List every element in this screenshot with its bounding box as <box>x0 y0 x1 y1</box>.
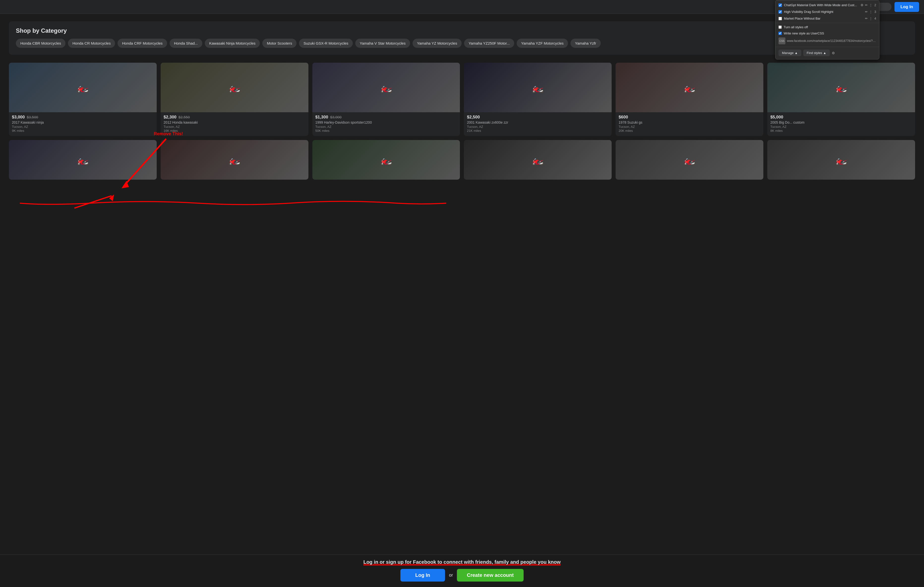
login-bar-login-button[interactable]: Log In <box>400 569 445 582</box>
category-tag-3[interactable]: Honda Shad... <box>170 39 202 48</box>
listing-card-row2-1[interactable]: 🏍️ <box>161 140 309 180</box>
category-tag-2[interactable]: Honda CRF Motorcycles <box>117 39 167 48</box>
svg-marker-3 <box>109 194 114 201</box>
listing-title-2: 1999 Harley-Davidson sportster1200 <box>315 120 457 124</box>
ext-num-3: 4 <box>874 16 876 20</box>
listing-price-4: $600 <box>619 115 628 119</box>
listing-price-1: $2,300 <box>163 115 177 119</box>
listing-img-4: 🏍️ <box>615 63 763 112</box>
category-tag-10[interactable]: Yamaha YZF Motorcycles <box>516 39 568 48</box>
listing-card-5[interactable]: 🏍️$5,0002005 Big Do... customTucson, AZ8… <box>767 63 915 136</box>
ext-edit-icon-3[interactable]: ✏ <box>865 16 868 20</box>
ext-write-label: Write new style as UserCSS <box>784 31 824 35</box>
listing-card-2[interactable]: 🏍️$1,300$3,0001999 Harley-Davidson sport… <box>312 63 460 136</box>
listing-card-0[interactable]: 🏍️$3,000$3,5002017 Kawasaki ninjaTucson,… <box>9 63 157 136</box>
ext-url-row: CSS www.facebook.com/marketplace/1123448… <box>776 36 879 46</box>
ext-menu-icon-2[interactable]: ⋮ <box>869 10 873 14</box>
listing-row2-img-1: 🏍️ <box>161 140 309 180</box>
ext-menu-icon-1[interactable]: ⋮ <box>869 3 873 7</box>
listing-row2-img-3: 🏍️ <box>464 140 612 180</box>
ext-edit-icon-1[interactable]: ✏ <box>865 3 868 7</box>
ext-item-2: High Visibility Drag Scroll Highlight ✏ … <box>776 8 879 15</box>
ext-toggle-all-label: Turn all styles off <box>784 25 808 29</box>
listing-miles-0: 9K miles <box>12 129 154 133</box>
listing-price-0: $3,000 <box>12 115 25 119</box>
category-tag-8[interactable]: Yamaha YZ Motorcycles <box>412 39 462 48</box>
login-bar-buttons: Log In or Create new account <box>0 569 924 582</box>
listing-img-3: 🏍️ <box>464 63 612 112</box>
create-account-button[interactable]: Create new account <box>457 569 524 582</box>
listing-card-3[interactable]: 🏍️$2,5002001 Kawasaki zx600e zzrTucson, … <box>464 63 612 136</box>
ext-find-label: Find styles <box>807 51 822 55</box>
listing-location-1: Tucson, AZ <box>163 125 305 128</box>
listing-card-row2-0[interactable]: 🏍️ <box>9 140 157 180</box>
category-tag-0[interactable]: Honda CBR Motorcycles <box>16 39 66 48</box>
listing-row2-img-0: 🏍️ <box>9 140 157 180</box>
listing-title-4: 1978 Suzuki gs <box>619 120 761 124</box>
listing-location-2: Tucson, AZ <box>315 125 457 128</box>
ext-write-style: Write new style as UserCSS <box>776 30 879 36</box>
ext-manage-button[interactable]: Manage ▲ <box>779 49 801 56</box>
login-button-top[interactable]: Log In <box>894 2 919 12</box>
listing-info-3: $2,5002001 Kawasaki zx600e zzrTucson, AZ… <box>464 112 612 136</box>
ext-label-3: Market Place Without Bar <box>784 16 863 20</box>
ext-num-1: 2 <box>874 3 876 7</box>
listing-title-3: 2001 Kawasaki zx600e zzr <box>467 120 609 124</box>
listing-location-5: Tucson, AZ <box>770 125 912 128</box>
listing-img-2: 🏍️ <box>312 63 460 112</box>
listing-card-row2-2[interactable]: 🏍️ <box>312 140 460 180</box>
ext-menu-icon-3[interactable]: ⋮ <box>869 16 873 20</box>
listing-title-1: 2012 Honda kawasaki <box>163 120 305 124</box>
ext-find-button[interactable]: Find styles ▲ <box>803 49 830 56</box>
ext-num-2: 3 <box>874 10 876 14</box>
category-tag-7[interactable]: Yamaha V Star Motorcycles <box>355 39 410 48</box>
listing-miles-1: 16K miles <box>163 129 305 133</box>
category-tag-6[interactable]: Suzuki GSX-R Motorcycles <box>299 39 353 48</box>
listing-img-5: 🏍️ <box>767 63 915 112</box>
listing-location-4: Tucson, AZ <box>619 125 761 128</box>
ext-url-text: www.facebook.com/marketplace/11234481877… <box>787 39 876 43</box>
login-bar-message: Log in or sign up for Facebook to connec… <box>363 559 561 566</box>
ext-find-arrow: ▲ <box>823 51 826 55</box>
listing-info-1: $2,300$2,5502012 Honda kawasakiTucson, A… <box>161 112 309 136</box>
ext-gear-icon-1[interactable]: ⚙ <box>861 3 863 7</box>
ext-checkbox-1[interactable] <box>779 3 782 7</box>
login-bar-text: Log in or sign up for Facebook to connec… <box>0 559 924 565</box>
listing-original-price-2: $3,000 <box>330 115 342 119</box>
listing-card-row2-5[interactable]: 🏍️ <box>767 140 915 180</box>
ext-settings-icon[interactable]: ⚙ <box>832 51 835 55</box>
ext-write-checkbox[interactable] <box>779 32 782 35</box>
category-tag-1[interactable]: Honda CR Motorcycles <box>68 39 115 48</box>
listing-card-1[interactable]: 🏍️$2,300$2,5502012 Honda kawasakiTucson,… <box>161 63 309 136</box>
listing-price-2: $1,300 <box>315 115 328 119</box>
category-tag-4[interactable]: Kawasaki Ninja Motorcycles <box>205 39 260 48</box>
category-tag-11[interactable]: Yamaha Yzfr <box>571 39 601 48</box>
listing-img-0: 🏍️ <box>9 63 157 112</box>
listing-miles-3: 21K miles <box>467 129 609 133</box>
ext-toggle-all: Turn all styles off <box>776 24 879 30</box>
ext-checkbox-3[interactable] <box>779 17 782 20</box>
category-tag-5[interactable]: Motor Scooters <box>262 39 297 48</box>
ext-checkbox-2[interactable] <box>779 10 782 14</box>
login-bar-or: or <box>449 573 453 578</box>
listing-info-0: $3,000$3,5002017 Kawasaki ninjaTucson, A… <box>9 112 157 136</box>
listing-card-row2-3[interactable]: 🏍️ <box>464 140 612 180</box>
listing-card-4[interactable]: 🏍️$6001978 Suzuki gsTucson, AZ20K miles <box>615 63 763 136</box>
category-tags: Honda CBR MotorcyclesHonda CR Motorcycle… <box>16 39 908 48</box>
ext-item-3: Market Place Without Bar ✏ ⋮ 4 <box>776 15 879 22</box>
listing-card-row2-4[interactable]: 🏍️ <box>615 140 763 180</box>
shop-title: Shop by Category <box>16 27 908 34</box>
ext-label-1: ChatGpt Material Dark With Wide Mode and… <box>784 3 858 7</box>
listing-miles-2: 50K miles <box>315 129 457 133</box>
listing-location-0: Tucson, AZ <box>12 125 154 128</box>
ext-toggle-all-checkbox[interactable] <box>779 26 782 29</box>
listing-title-5: 2005 Big Do... custom <box>770 120 912 124</box>
listing-info-5: $5,0002005 Big Do... customTucson, AZ8K … <box>767 112 915 136</box>
listings-grid-row2: 🏍️🏍️🏍️🏍️🏍️🏍️ <box>9 140 915 180</box>
category-tag-9[interactable]: Yamaha YZ250F Motor... <box>464 39 514 48</box>
listing-original-price-1: $2,550 <box>178 115 190 119</box>
listing-info-2: $1,300$3,0001999 Harley-Davidson sportst… <box>312 112 460 136</box>
ext-edit-icon-2[interactable]: ✏ <box>865 10 868 14</box>
listing-price-5: $5,000 <box>770 115 783 119</box>
listing-img-1: 🏍️ <box>161 63 309 112</box>
